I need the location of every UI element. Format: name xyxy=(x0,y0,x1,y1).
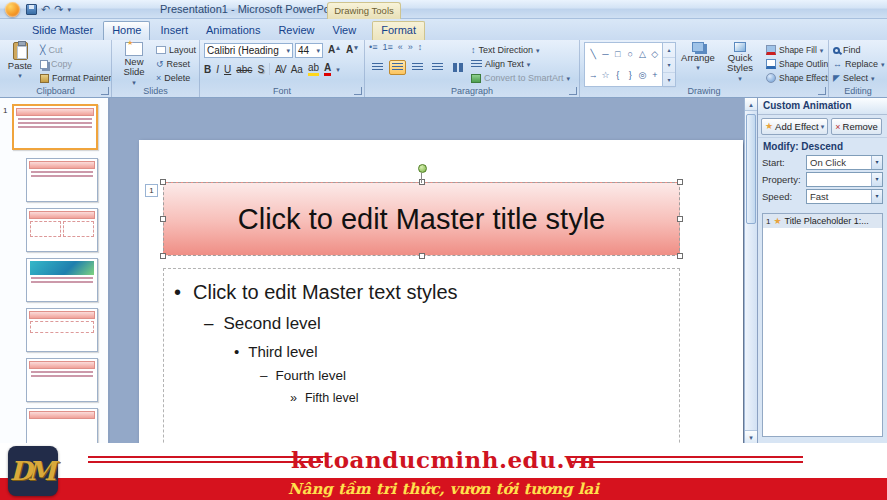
highlight-color-button[interactable]: ab xyxy=(308,62,319,76)
layout-thumbnail[interactable] xyxy=(26,208,98,252)
shrink-font-button[interactable]: A ▾ xyxy=(346,44,358,55)
property-dropdown[interactable]: ▾ xyxy=(806,172,883,187)
shapes-gallery[interactable]: ╲ ─ □ ○ △ ◇ → ☆ { } ◎ + ▴ ▾ ▾ xyxy=(584,42,676,87)
columns-button[interactable] xyxy=(449,60,466,75)
layout-button[interactable]: Layout ▾ xyxy=(156,43,200,57)
numbering-icon[interactable]: 1≡ xyxy=(382,43,392,52)
resize-handle[interactable] xyxy=(160,216,166,222)
shape-effects-button[interactable]: Shape Effects ▾ xyxy=(766,71,829,85)
slide[interactable]: 1 Click to edit Master title style • Cli… xyxy=(139,140,743,443)
start-dropdown[interactable]: On Click ▾ xyxy=(806,155,883,170)
italic-button[interactable]: I xyxy=(216,64,219,75)
tab-format[interactable]: Format xyxy=(372,21,425,40)
scrollbar-thumb[interactable] xyxy=(746,114,756,224)
speed-dropdown[interactable]: Fast ▾ xyxy=(806,189,883,204)
undo-icon[interactable]: ↶ xyxy=(41,4,50,15)
underline-button[interactable]: U xyxy=(224,64,231,75)
quick-styles-button[interactable]: Quick Styles ▾ xyxy=(718,42,762,88)
body-placeholder[interactable]: • Click to edit Master text styles – Sec… xyxy=(163,268,680,443)
animation-list-item[interactable]: 1 ★ Title Placeholder 1:... xyxy=(763,214,882,228)
select-button[interactable]: ◤ Select ▾ xyxy=(833,71,874,85)
gallery-down-icon[interactable]: ▾ xyxy=(663,58,675,73)
slide-number-placeholder[interactable]: 1 xyxy=(145,184,158,197)
tab-slide-master[interactable]: Slide Master xyxy=(24,21,101,40)
convert-smartart-button[interactable]: Convert to SmartArt ▾ xyxy=(471,71,570,85)
scroll-down-icon[interactable]: ▾ xyxy=(745,430,757,443)
slide-master-thumbnail[interactable] xyxy=(12,104,98,150)
character-spacing-button[interactable]: AV xyxy=(275,64,286,75)
font-name-combo[interactable]: Calibri (Heading ▾ xyxy=(204,43,293,58)
title-placeholder[interactable]: Click to edit Master title style xyxy=(163,182,680,256)
layout-thumbnail[interactable] xyxy=(26,258,98,302)
text-shadow-button[interactable]: S xyxy=(257,64,264,75)
align-left-button[interactable] xyxy=(369,60,386,75)
tab-insert[interactable]: Insert xyxy=(152,21,196,40)
shape-icon[interactable]: ☆ xyxy=(601,70,609,80)
shape-icon[interactable]: △ xyxy=(639,49,646,59)
add-effect-button[interactable]: ★ Add Effect ▾ xyxy=(761,118,828,135)
resize-handle[interactable] xyxy=(160,253,166,259)
shape-icon[interactable]: ◇ xyxy=(651,49,658,59)
shape-icon[interactable]: } xyxy=(629,70,632,80)
title-text[interactable]: Click to edit Master title style xyxy=(238,203,605,236)
align-right-button[interactable] xyxy=(409,60,426,75)
justify-button[interactable] xyxy=(429,60,446,75)
grow-font-button[interactable]: A ▴ xyxy=(328,44,340,55)
new-slide-button[interactable]: New Slide ▾ xyxy=(115,42,153,88)
shape-icon[interactable]: { xyxy=(616,70,619,80)
shape-icon[interactable]: + xyxy=(652,70,657,80)
line-spacing-icon[interactable]: ↕ xyxy=(418,43,423,52)
text-direction-button[interactable]: ↕ Text Direction ▾ xyxy=(471,43,540,57)
strikethrough-button[interactable]: abc xyxy=(236,64,252,75)
dialog-launcher-icon[interactable] xyxy=(354,87,362,95)
chevron-down-icon[interactable]: ▾ xyxy=(336,66,340,73)
paste-button[interactable]: Paste ▾ xyxy=(2,42,38,88)
chevron-down-icon[interactable]: ▾ xyxy=(871,156,882,169)
resize-handle[interactable] xyxy=(677,253,683,259)
shape-icon[interactable]: ○ xyxy=(627,49,632,59)
shape-icon[interactable]: □ xyxy=(615,49,620,59)
save-icon[interactable] xyxy=(26,4,37,15)
gallery-up-icon[interactable]: ▴ xyxy=(663,43,675,58)
dialog-launcher-icon[interactable] xyxy=(818,87,826,95)
slide-thumbnail-pane[interactable]: 1 xyxy=(0,98,110,443)
change-case-button[interactable]: Aa xyxy=(291,64,303,75)
align-text-button[interactable]: Align Text ▾ xyxy=(471,57,530,71)
office-button[interactable] xyxy=(5,2,20,17)
shape-outline-button[interactable]: Shape Outline ▾ xyxy=(766,57,829,71)
vertical-scrollbar[interactable]: ▴ ▾ xyxy=(744,98,757,443)
bullet-line-4[interactable]: – Fourth level xyxy=(260,368,679,383)
bullet-line-3[interactable]: • Third level xyxy=(234,343,679,360)
dialog-launcher-icon[interactable] xyxy=(101,87,109,95)
bold-button[interactable]: B xyxy=(204,64,211,75)
shape-icon[interactable]: → xyxy=(589,70,598,80)
resize-handle[interactable] xyxy=(677,216,683,222)
arrange-button[interactable]: Arrange ▾ xyxy=(680,42,716,88)
shape-icon[interactable]: ╲ xyxy=(590,49,595,59)
tab-review[interactable]: Review xyxy=(270,21,322,40)
tab-animations[interactable]: Animations xyxy=(198,21,268,40)
align-center-button[interactable] xyxy=(389,60,406,75)
layout-thumbnail[interactable] xyxy=(26,158,98,202)
bullet-line-2[interactable]: – Second level xyxy=(204,314,679,334)
increase-indent-icon[interactable]: » xyxy=(408,43,413,52)
delete-button[interactable]: × Delete xyxy=(156,71,190,85)
bullets-icon[interactable]: •≡ xyxy=(369,43,377,52)
animation-list[interactable]: 1 ★ Title Placeholder 1:... xyxy=(762,213,883,437)
find-button[interactable]: Find xyxy=(833,43,861,57)
remove-button[interactable]: × Remove xyxy=(831,118,882,135)
font-color-button[interactable]: A xyxy=(324,62,331,76)
tab-view[interactable]: View xyxy=(325,21,365,40)
replace-button[interactable]: ↔ Replace ▾ xyxy=(833,57,885,71)
slide-editing-area[interactable]: 1 Click to edit Master title style • Cli… xyxy=(110,98,757,443)
redo-icon[interactable]: ↷ xyxy=(54,4,63,15)
format-painter-button[interactable]: Format Painter xyxy=(40,71,112,85)
layout-thumbnail[interactable] xyxy=(26,358,98,402)
tab-home[interactable]: Home xyxy=(103,21,150,40)
shape-icon[interactable]: ─ xyxy=(602,49,608,59)
copy-button[interactable]: Copy xyxy=(40,57,72,71)
bullet-line-1[interactable]: • Click to edit Master text styles xyxy=(174,281,679,304)
font-size-combo[interactable]: 44 ▾ xyxy=(295,43,323,58)
qat-more-icon[interactable]: ▾ xyxy=(67,6,71,13)
resize-handle[interactable] xyxy=(677,179,683,185)
